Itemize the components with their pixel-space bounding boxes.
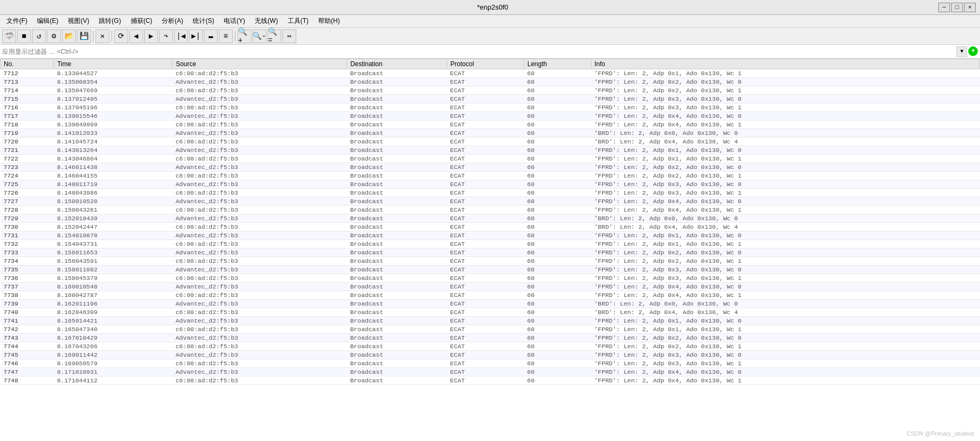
table-row[interactable]: 77328.154043731c6:00:ad:d2:f5:b3Broadcas… xyxy=(1,240,980,248)
table-col-header[interactable]: No. xyxy=(1,59,54,69)
table-cell: 60 xyxy=(524,95,591,103)
table-row[interactable]: 77308.152042447c6:00:ad:d2:f5:b3Broadcas… xyxy=(1,223,980,231)
table-row[interactable]: 77298.152010439Advantec_d2:f5:b3Broadcas… xyxy=(1,214,980,223)
toolbar-options-btn[interactable]: ⚙ xyxy=(47,29,61,43)
table-row[interactable]: 77338.156011653Advantec_d2:f5:b3Broadcas… xyxy=(1,248,980,257)
table-row[interactable]: 77128.133044527c6:00:ad:d2:f5:b3Broadcas… xyxy=(1,69,980,78)
table-row[interactable]: 77198.141012033Advantec_d2:f5:b3Broadcas… xyxy=(1,129,980,138)
menu-item[interactable]: 跳转(G) xyxy=(94,15,125,27)
toolbar-jump-btn[interactable]: ↷ xyxy=(159,29,173,43)
table-row[interactable]: 77158.137012495Advantec_d2:f5:b3Broadcas… xyxy=(1,95,980,103)
table-row[interactable]: 77438.167010429Advantec_d2:f5:b3Broadcas… xyxy=(1,334,980,342)
table-cell: 8.154043731 xyxy=(54,240,172,248)
toolbar-resize-cols-btn[interactable]: ⇔ xyxy=(282,29,296,43)
menu-item[interactable]: 编辑(E) xyxy=(33,15,62,27)
toolbar-save-btn[interactable]: 💾 xyxy=(77,29,91,43)
table-col-header[interactable]: Destination xyxy=(347,59,447,69)
table-row[interactable]: 77378.160010548Advantec_d2:f5:b3Broadcas… xyxy=(1,283,980,291)
table-cell: 8.135008354 xyxy=(54,78,172,86)
toolbar-shark-btn[interactable]: 🦈 xyxy=(2,29,16,43)
table-row[interactable]: 77148.135047669c6:00:ad:d2:f5:b3Broadcas… xyxy=(1,86,980,95)
table-col-header[interactable]: Protocol xyxy=(447,59,524,69)
toolbar-reload-btn[interactable]: ⟳ xyxy=(114,29,128,43)
table-row[interactable]: 77258.148011719Advantec_d2:f5:b3Broadcas… xyxy=(1,180,980,189)
menu-item[interactable]: 电话(Y) xyxy=(219,15,249,27)
menu-item[interactable]: 工具(T) xyxy=(283,15,313,27)
table-row[interactable]: 77218.143013264Advantec_d2:f5:b3Broadcas… xyxy=(1,146,980,155)
table-cell: 7730 xyxy=(1,223,54,231)
close-button[interactable]: × xyxy=(964,3,976,12)
toolbar-colorize-btn[interactable]: ▬ xyxy=(204,29,218,43)
toolbar-close-btn[interactable]: ✕ xyxy=(96,29,109,43)
table-cell: ECAT xyxy=(447,112,524,121)
table-cell: ECAT xyxy=(447,248,524,257)
table-cell: 60 xyxy=(524,266,591,274)
table-row[interactable]: 77138.135008354Advantec_d2:f5:b3Broadcas… xyxy=(1,78,980,86)
table-col-header[interactable]: Length xyxy=(524,59,591,69)
table-row[interactable]: 77458.169011442Advantec_d2:f5:b3Broadcas… xyxy=(1,351,980,359)
table-col-header[interactable]: Info xyxy=(591,59,979,69)
toolbar-list-btn[interactable]: ≡ xyxy=(219,29,233,43)
table-row[interactable]: 77268.148043986c6:00:ad:d2:f5:b3Broadcas… xyxy=(1,189,980,197)
toolbar-zoom-reset-btn[interactable]: 🔍= xyxy=(267,29,281,43)
minimize-button[interactable]: ─ xyxy=(938,3,950,12)
menu-item[interactable]: 捕获(C) xyxy=(127,15,157,27)
table-row[interactable]: 77318.154010870Advantec_d2:f5:b3Broadcas… xyxy=(1,231,980,240)
table-cell: 7726 xyxy=(1,189,54,197)
toolbar-first-btn[interactable]: |◀ xyxy=(174,29,188,43)
table-cell: Broadcast xyxy=(347,163,447,172)
table-row[interactable]: 77418.165014421Advantec_d2:f5:b3Broadcas… xyxy=(1,317,980,325)
table-col-header[interactable]: Time xyxy=(54,59,172,69)
filter-add-btn[interactable]: + xyxy=(968,46,978,56)
table-row[interactable]: 77168.137045196c6:00:ad:d2:f5:b3Broadcas… xyxy=(1,103,980,112)
table-cell: Broadcast xyxy=(347,359,447,368)
packet-list[interactable]: No.TimeSourceDestinationProtocolLengthIn… xyxy=(0,59,980,441)
toolbar-sep-1 xyxy=(93,30,93,42)
table-row[interactable]: 77368.158045379c6:00:ad:d2:f5:b3Broadcas… xyxy=(1,274,980,283)
toolbar-zoom-out-btn[interactable]: 🔍- xyxy=(252,29,266,43)
table-row[interactable]: 77248.146044155c6:00:ad:d2:f5:b3Broadcas… xyxy=(1,172,980,180)
menu-item[interactable]: 视图(V) xyxy=(64,15,93,27)
table-row[interactable]: 77238.146011438Advantec_d2:f5:b3Broadcas… xyxy=(1,163,980,172)
table-row[interactable]: 77208.141045724c6:00:ad:d2:f5:b3Broadcas… xyxy=(1,138,980,146)
table-row[interactable]: 77358.158011082Advantec_d2:f5:b3Broadcas… xyxy=(1,266,980,274)
table-row[interactable]: 77428.165047340c6:00:ad:d2:f5:b3Broadcas… xyxy=(1,325,980,334)
menu-item[interactable]: 文件(F) xyxy=(2,15,31,27)
table-row[interactable]: 77408.162046399c6:00:ad:d2:f5:b3Broadcas… xyxy=(1,308,980,317)
table-row[interactable]: 77388.160042787c6:00:ad:d2:f5:b3Broadcas… xyxy=(1,291,980,300)
table-row[interactable]: 77348.156043591c6:00:ad:d2:f5:b3Broadcas… xyxy=(1,257,980,266)
menu-item[interactable]: 无线(W) xyxy=(250,15,282,27)
table-row[interactable]: 77468.169050579c6:00:ad:d2:f5:b3Broadcas… xyxy=(1,359,980,368)
table-cell: 8.141045724 xyxy=(54,138,172,146)
table-row[interactable]: 77488.171044112c6:00:ad:d2:f5:b3Broadcas… xyxy=(1,376,980,385)
table-row[interactable]: 77278.150010520Advantec_d2:f5:b3Broadcas… xyxy=(1,197,980,206)
table-cell: ECAT xyxy=(447,334,524,342)
table-row[interactable]: 77228.143046864c6:00:ad:d2:f5:b3Broadcas… xyxy=(1,155,980,163)
table-row[interactable]: 77398.162011196Advantec_d2:f5:b3Broadcas… xyxy=(1,300,980,308)
filter-icons: ▼ + xyxy=(957,46,978,57)
table-cell: 60 xyxy=(524,300,591,308)
filter-dropdown-btn[interactable]: ▼ xyxy=(957,46,967,57)
table-cell: 7716 xyxy=(1,103,54,112)
maximize-button[interactable]: □ xyxy=(951,3,963,12)
toolbar-next-btn[interactable]: ▶ xyxy=(144,29,158,43)
table-row[interactable]: 77288.150043261c6:00:ad:d2:f5:b3Broadcas… xyxy=(1,206,980,214)
toolbar-stop-btn[interactable]: ■ xyxy=(17,29,31,43)
toolbar-prev-btn[interactable]: ◀ xyxy=(129,29,143,43)
table-cell: Broadcast xyxy=(347,342,447,351)
toolbar-restart-btn[interactable]: ↺ xyxy=(32,29,46,43)
table-row[interactable]: 77178.139015546Advantec_d2:f5:b3Broadcas… xyxy=(1,112,980,121)
menu-item[interactable]: 分析(A) xyxy=(157,15,187,27)
menu-item[interactable]: 统计(S) xyxy=(188,15,218,27)
table-cell: ECAT xyxy=(447,163,524,172)
table-col-header[interactable]: Source xyxy=(172,59,347,69)
menu-item[interactable]: 帮助(H) xyxy=(314,15,344,27)
toolbar-open-btn[interactable]: 📂 xyxy=(62,29,76,43)
toolbar-zoom-in-btn[interactable]: 🔍+ xyxy=(238,29,251,43)
table-row[interactable]: 77478.171010931Advantec_d2:f5:b3Broadcas… xyxy=(1,368,980,376)
filter-input[interactable] xyxy=(2,48,957,55)
table-cell: 60 xyxy=(524,257,591,266)
table-row[interactable]: 77448.167043266c6:00:ad:d2:f5:b3Broadcas… xyxy=(1,342,980,351)
table-row[interactable]: 77188.139049999c6:00:ad:d2:f5:b3Broadcas… xyxy=(1,121,980,129)
toolbar-last-btn[interactable]: ▶| xyxy=(189,29,203,43)
